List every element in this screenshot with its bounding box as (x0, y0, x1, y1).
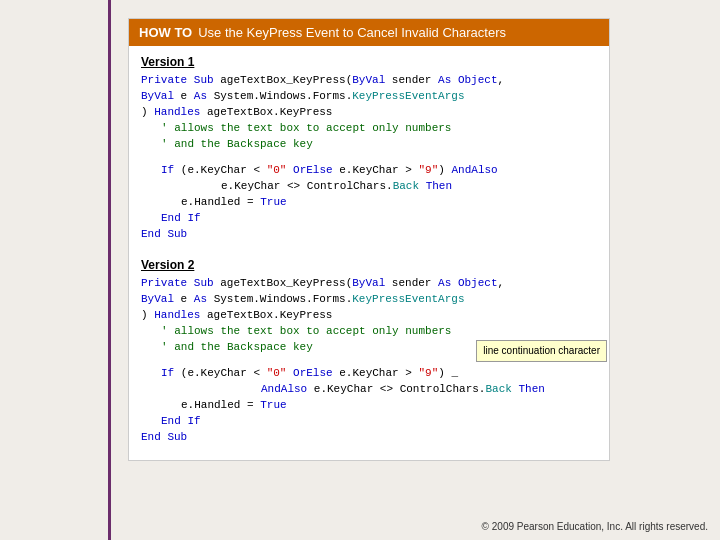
v2-line3: ) Handles ageTextBox.KeyPress (141, 308, 597, 324)
v2-handled: e.Handled = True (141, 398, 597, 414)
v2-if: If (e.KeyChar < "0" OrElse e.KeyChar > "… (141, 366, 597, 382)
version1-label: Version 1 (141, 54, 597, 71)
v2-comment1: ' allows the text box to accept only num… (141, 324, 597, 340)
v2-endsub: End Sub (141, 430, 597, 446)
header-title: Use the KeyPress Event to Cancel Invalid… (198, 25, 506, 40)
left-accent (108, 0, 111, 540)
v1-if: If (e.KeyChar < "0" OrElse e.KeyChar > "… (141, 163, 597, 179)
v1-spacer (141, 153, 597, 163)
version2-code: Private Sub ageTextBox_KeyPress(ByVal se… (141, 276, 597, 445)
code-header: HOW TO Use the KeyPress Event to Cancel … (129, 19, 609, 46)
footer: © 2009 Pearson Education, Inc. All right… (482, 521, 708, 532)
code-content: Version 1 Private Sub ageTextBox_KeyPres… (129, 46, 609, 460)
v1-endif: End If (141, 211, 597, 227)
version2-label: Version 2 (141, 257, 597, 274)
v1-line3: ) Handles ageTextBox.KeyPress (141, 105, 597, 121)
v1-line2: ByVal e As System.Windows.Forms.KeyPress… (141, 89, 597, 105)
code-box: HOW TO Use the KeyPress Event to Cancel … (128, 18, 610, 461)
v2-line2: ByVal e As System.Windows.Forms.KeyPress… (141, 292, 597, 308)
v1-then: e.KeyChar <> ControlChars.Back Then (141, 179, 597, 195)
v2-endif: End If (141, 414, 597, 430)
howto-label: HOW TO (139, 25, 192, 40)
between-versions-spacer (141, 247, 597, 257)
v2-line1: Private Sub ageTextBox_KeyPress(ByVal se… (141, 276, 597, 292)
v2-andalso: AndAlso e.KeyChar <> ControlChars.Back T… (141, 382, 597, 398)
page-container: HOW TO Use the KeyPress Event to Cancel … (0, 0, 720, 540)
v1-endsub: End Sub (141, 227, 597, 243)
tooltip-box: line continuation character (476, 340, 607, 363)
v1-line1: Private Sub ageTextBox_KeyPress(ByVal se… (141, 73, 597, 89)
version1-code: Private Sub ageTextBox_KeyPress(ByVal se… (141, 73, 597, 242)
copyright-text: © 2009 Pearson Education, Inc. All right… (482, 521, 708, 532)
v1-comment2: ' and the Backspace key (141, 137, 597, 153)
v1-comment1: ' allows the text box to accept only num… (141, 121, 597, 137)
v2-comment2: ' and the Backspace key line continuatio… (141, 340, 597, 356)
v1-handled: e.Handled = True (141, 195, 597, 211)
